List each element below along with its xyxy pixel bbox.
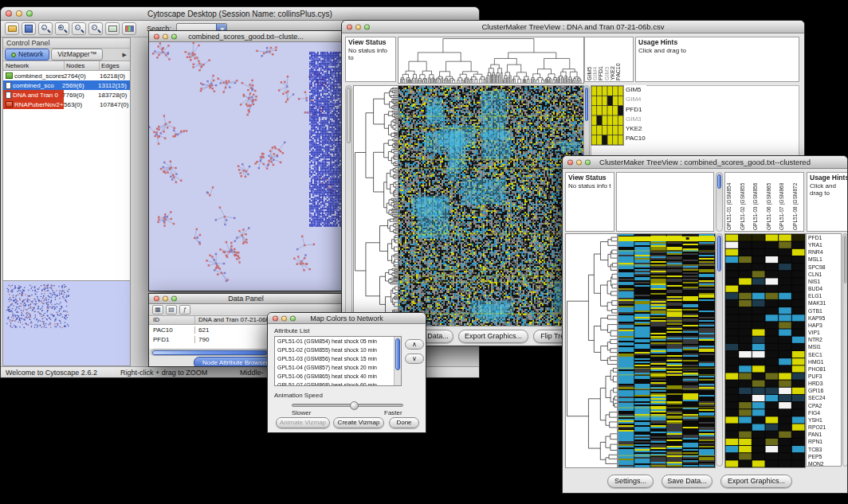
gene-label[interactable]: PAN1 [807,431,841,438]
column-header-edges[interactable]: Edges [100,61,130,70]
scrollbar-thumb[interactable] [717,174,721,189]
attribute-function-icon[interactable]: ƒ [179,305,190,315]
scrollbar-thumb[interactable] [347,88,351,143]
gene-label[interactable]: HRD3 [807,380,841,387]
slider-thumb[interactable] [350,401,359,410]
zoom-window-button[interactable] [290,315,296,321]
export-graphics-button[interactable]: Export Graphics... [458,330,528,343]
gene-label[interactable]: MSI1 [807,343,841,350]
gene-label[interactable]: PFD1 [624,105,646,115]
attribute-item[interactable]: GPL51-06 (GSM865) heat shock 40 min [275,372,394,381]
node-attribute-browser-tab[interactable]: Node Attribute Browser [194,357,277,368]
gene-label[interactable]: RPO21 [807,424,841,431]
gene-label[interactable]: PHO81 [807,365,841,373]
attribute-item[interactable]: GPL51-03 (GSM856) heat shock 15 min [275,354,394,363]
gene-label[interactable]: MAK31 [807,299,841,307]
zoom-out-icon[interactable]: - [38,22,53,35]
gene-label[interactable]: YRA1 [807,241,841,248]
open-folder-icon[interactable] [5,22,19,35]
create-vizmap-button[interactable]: Create Vizmap [333,417,384,428]
minimize-button[interactable] [355,24,361,29]
gene-label[interactable]: SEC24 [807,394,841,401]
dialog-titlebar[interactable]: Map Colors to Network [268,313,426,324]
zoom-in-icon[interactable]: + [55,22,69,35]
gene-label[interactable]: GPI16 [807,387,841,394]
minimize-button[interactable] [163,296,168,302]
minimize-button[interactable] [163,33,168,39]
tab-overflow-arrow[interactable]: ▶ [123,52,128,58]
network-list-row[interactable]: combined_scores2764(0)16218(0) [3,71,130,80]
attribute-item[interactable]: GPL51-07 (GSM868) heat shock 60 min [275,381,394,385]
attribute-grid-icon[interactable]: ▦ [152,305,163,315]
move-up-button[interactable]: ∧ [405,339,424,350]
close-button[interactable] [347,24,352,29]
treeview-combined-titlebar[interactable]: ClusterMaker TreeView : combined_scores_… [563,156,847,169]
gene-label[interactable]: CPA2 [807,402,841,409]
close-button[interactable] [567,159,573,165]
gene-label[interactable]: HAP3 [807,322,841,329]
gene-label[interactable]: PFD1 [807,234,841,241]
gene-label[interactable]: MSL1 [807,256,841,263]
scrollbar-thumb[interactable] [585,88,588,121]
gene-label[interactable]: TCB3 [807,446,841,453]
gene-label[interactable]: MON2 [807,460,841,467]
animate-vizmap-button[interactable]: Animate Vizmap [276,417,330,428]
zoom-heatmap-canvas[interactable] [724,233,806,468]
gene-label[interactable]: GIM5 [624,85,646,95]
export-graphics-button[interactable]: Export Graphics... [720,475,792,488]
minimize-button[interactable] [576,159,582,165]
attribute-item[interactable]: GPL51-01 (GSM854) heat shock 05 min [275,337,394,346]
network-list-row[interactable]: RNAPuberNov2+563(0)107847(0) [3,100,130,109]
save-icon[interactable] [22,22,36,35]
attribute-select-icon[interactable]: ▤ [166,305,177,315]
gene-label[interactable]: SPC98 [807,264,841,271]
scrollbar-thumb[interactable] [395,338,400,370]
network-overview-canvas[interactable] [3,280,130,365]
gene-label[interactable]: ELG1 [807,292,841,299]
column-header-network[interactable]: Network [3,61,65,70]
settings-button[interactable]: Settings... [607,475,654,488]
gene-label[interactable]: FIG4 [807,409,841,416]
gene-label[interactable]: GIM3 [624,115,646,124]
gene-label[interactable]: KAP95 [807,315,841,322]
zoom-heatmap-canvas[interactable] [591,85,624,146]
move-down-button[interactable]: ∨ [405,354,424,364]
tab-network[interactable]: Network [5,49,49,61]
treeview-dna-titlebar[interactable]: ClusterMaker TreeView : DNA and Tran 07-… [342,21,804,33]
minimize-button[interactable] [16,10,22,17]
network-list-row[interactable]: DNA and Tran 07769(0)183728(0) [3,90,130,100]
column-dendrogram-area[interactable] [616,172,714,232]
main-titlebar[interactable]: Cytoscape Desktop (Session Name: collins… [1,7,479,21]
data-panel-titlebar[interactable]: Data Panel [149,294,343,304]
gene-label[interactable]: PUF3 [807,373,841,380]
close-button[interactable] [154,33,159,39]
done-button[interactable]: Done [389,417,419,428]
zoom-region-icon[interactable]: · [88,22,103,35]
gene-label[interactable]: BUD4 [807,285,841,292]
row-dendrogram-canvas[interactable] [565,233,618,468]
zoom-window-button[interactable] [171,33,177,39]
gene-label[interactable]: NIS1 [807,278,841,285]
zoom-window-button[interactable] [585,159,591,165]
scrollbar-thumb[interactable] [717,236,721,272]
heatmap-canvas[interactable] [398,85,584,326]
network-list-row[interactable]: combined_sco2569(6)13112(15) [3,80,130,90]
save-data-button[interactable]: Save Data... [662,475,713,488]
network-view-canvas[interactable] [149,42,343,291]
gene-label[interactable]: GIM4 [624,95,646,104]
scrollbar-thumb[interactable] [844,236,846,283]
column-dendrogram-canvas[interactable] [398,37,584,84]
gene-label[interactable]: HMG1 [807,358,841,365]
animation-speed-slider[interactable] [292,404,403,407]
gene-label[interactable]: RNR4 [807,248,841,256]
gene-label[interactable]: RPN1 [807,438,841,445]
gene-label[interactable]: YSH1 [807,416,841,424]
gene-list-scrollbar[interactable] [842,233,848,467]
scrollbar-thumb[interactable] [152,350,268,355]
gene-label[interactable]: CLN1 [807,271,841,278]
gene-label[interactable]: VIP1 [807,329,841,336]
gene-label[interactable]: YKE2 [624,124,646,134]
gene-label[interactable]: PAC10 [624,134,646,143]
attribute-list[interactable]: GPL51-01 (GSM854) heat shock 05 minGPL51… [274,336,402,386]
row-dendrogram-canvas[interactable] [353,85,398,326]
